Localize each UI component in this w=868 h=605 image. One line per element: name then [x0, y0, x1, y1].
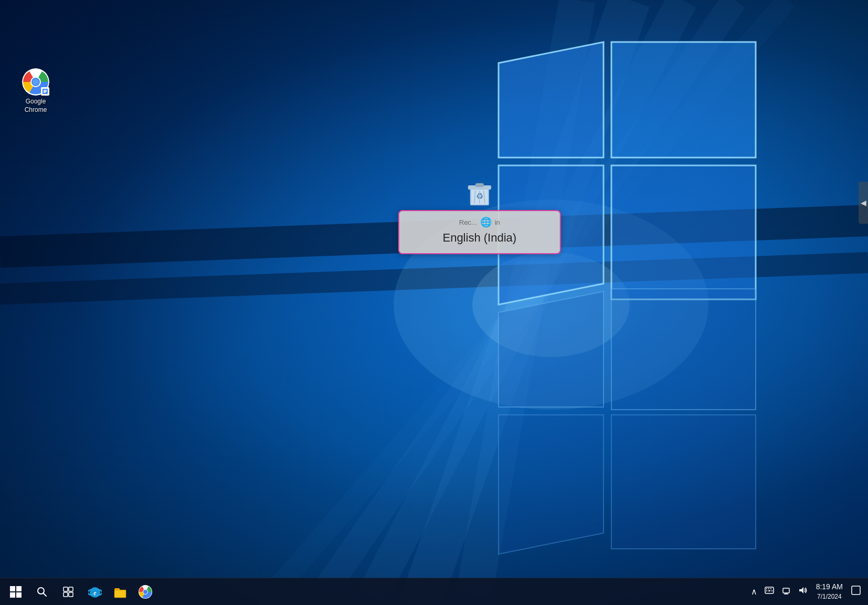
svg-marker-15	[499, 415, 604, 554]
svg-line-38	[44, 593, 47, 596]
taskbar-pinned-apps: e	[83, 580, 157, 604]
svg-rect-41	[63, 592, 68, 597]
chrome-desktop-icon[interactable]: Google Chrome	[15, 68, 57, 114]
svg-marker-9	[499, 42, 604, 158]
svg-rect-35	[10, 592, 15, 598]
taskbar: e	[0, 578, 868, 605]
svg-rect-29	[475, 183, 484, 186]
svg-rect-34	[16, 586, 22, 591]
language-tooltip: Rec... 🌐 in English (India)	[398, 210, 561, 254]
tray-keyboard-icon[interactable]	[763, 585, 776, 598]
svg-marker-10	[611, 42, 756, 158]
recycle-bin-area: ♻ Rec... 🌐 in English (India)	[398, 179, 561, 254]
wallpaper-svg	[0, 0, 868, 605]
svg-text:e: e	[93, 589, 97, 597]
svg-rect-62	[852, 586, 860, 594]
recycle-bin-icon[interactable]: ♻	[465, 179, 494, 208]
svg-rect-40	[69, 587, 73, 591]
svg-point-20	[33, 79, 39, 85]
svg-rect-54	[770, 588, 771, 589]
region-in-text: in	[495, 218, 500, 226]
chrome-badge	[41, 87, 49, 96]
desktop: Google Chrome ♻ Rec	[0, 0, 868, 605]
svg-rect-42	[69, 592, 73, 597]
svg-marker-14	[611, 289, 756, 410]
svg-rect-53	[768, 588, 769, 589]
svg-rect-55	[766, 590, 767, 591]
scrollbar-arrow-icon: ◀	[861, 199, 866, 207]
task-view-button[interactable]	[56, 579, 81, 604]
tooltip-language-text: English (India)	[442, 231, 516, 245]
clock-date: 7/1/2024	[816, 592, 843, 601]
svg-point-50	[143, 590, 147, 594]
svg-rect-33	[10, 586, 15, 591]
tooltip-region-label: Rec... 🌐 in	[459, 216, 500, 228]
svg-rect-36	[16, 592, 22, 598]
taskbar-right: ∧	[749, 581, 868, 602]
chrome-icon-wrapper	[22, 68, 49, 96]
svg-rect-57	[771, 590, 772, 591]
search-button[interactable]	[29, 579, 55, 604]
svg-marker-16	[611, 415, 756, 549]
svg-rect-56	[768, 590, 770, 591]
taskbar-ie-button[interactable]: e	[83, 580, 107, 604]
svg-rect-58	[783, 588, 789, 593]
globe-icon: 🌐	[480, 216, 492, 228]
taskbar-chrome-button[interactable]	[133, 580, 157, 604]
svg-rect-46	[114, 590, 126, 598]
svg-marker-13	[499, 291, 604, 407]
right-scrollbar[interactable]: ◀	[859, 182, 868, 224]
svg-rect-52	[766, 588, 767, 589]
start-button[interactable]	[3, 579, 28, 604]
clock-time: 8:19 AM	[816, 582, 843, 592]
recycle-label-text: Rec...	[459, 218, 477, 226]
tray-network-icon[interactable]	[779, 584, 793, 599]
svg-rect-39	[63, 587, 68, 591]
svg-marker-12	[611, 165, 756, 299]
system-clock[interactable]: 8:19 AM 7/1/2024	[812, 581, 847, 602]
notification-button[interactable]	[849, 583, 863, 600]
tray-chevron-icon[interactable]: ∧	[749, 585, 759, 599]
taskbar-files-button[interactable]	[108, 580, 132, 604]
taskbar-left	[0, 579, 81, 604]
svg-marker-61	[799, 587, 803, 593]
chrome-icon-label: Google Chrome	[15, 98, 57, 114]
system-tray: ∧	[749, 584, 810, 599]
tray-volume-icon[interactable]	[796, 584, 810, 599]
